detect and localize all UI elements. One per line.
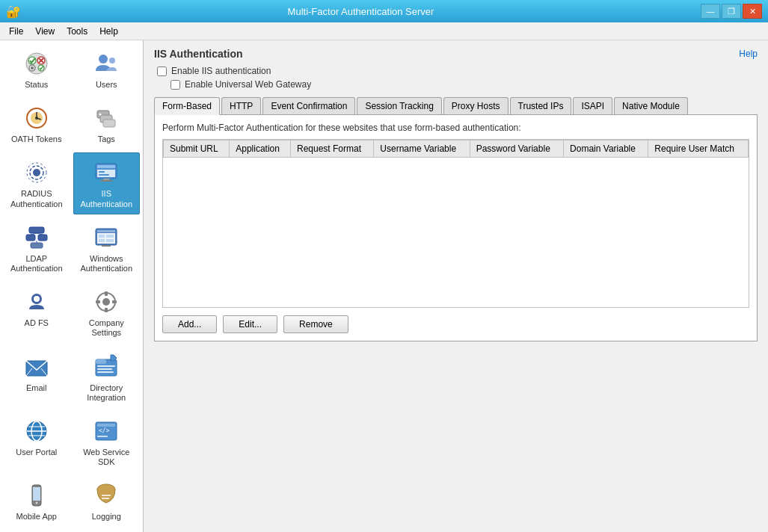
sidebar-item-users[interactable]: Users (73, 43, 141, 95)
sidebar-item-company-settings[interactable]: Company Settings (73, 282, 141, 343)
svg-rect-17 (103, 120, 115, 127)
svg-point-47 (102, 298, 110, 306)
col-require-user-match: Require User Match (648, 140, 749, 158)
help-link[interactable]: Help (739, 49, 758, 59)
enable-uwg-label[interactable]: Enable Universal Web Gateway (185, 79, 311, 90)
col-username-variable: Username Variable (374, 140, 470, 158)
svg-rect-24 (97, 170, 115, 177)
enable-iis-checkbox[interactable] (157, 66, 167, 76)
svg-rect-25 (99, 171, 105, 173)
empty-cell (164, 158, 749, 307)
svg-rect-40 (106, 235, 114, 238)
tab-proxy-hosts[interactable]: Proxy Hosts (443, 97, 509, 114)
sidebar-item-tags[interactable]: Tags (73, 98, 141, 149)
enable-uwg-checkbox[interactable] (171, 80, 180, 90)
users-icon (91, 49, 121, 78)
oath-icon (22, 103, 52, 133)
sidebar-label-users: Users (96, 80, 117, 90)
mobile-icon (22, 480, 52, 510)
svg-rect-23 (97, 165, 115, 168)
sidebar-item-adfs[interactable]: AD FS (3, 282, 70, 343)
enable-iis-label[interactable]: Enable IIS authentication (171, 66, 271, 76)
status-icon (22, 49, 52, 78)
sidebar-label-user-portal: User Portal (16, 448, 57, 457)
sidebar-label-adfs: AD FS (25, 318, 49, 328)
edit-button[interactable]: Edit... (223, 315, 277, 333)
sidebar-item-email[interactable]: Email (3, 347, 70, 408)
sidebar-item-radius-auth[interactable]: RADIUS Authentication (3, 152, 70, 214)
close-button[interactable]: ✕ (743, 4, 762, 19)
sidebar-label-tags: Tags (98, 134, 115, 144)
restore-button[interactable]: ❐ (722, 4, 741, 19)
sidebar-item-oath-tokens[interactable]: OATH Tokens (3, 98, 70, 149)
tab-trusted-ips[interactable]: Trusted IPs (510, 97, 572, 114)
add-button[interactable]: Add... (162, 315, 217, 333)
col-application: Application (230, 140, 291, 158)
svg-rect-41 (99, 239, 105, 242)
title-bar: 🔐 Multi-Factor Authentication Server — ❐… (0, 0, 768, 22)
tab-http[interactable]: HTTP (221, 97, 261, 114)
tags-icon (91, 103, 121, 133)
svg-rect-57 (97, 365, 115, 367)
svg-text:</>: </> (99, 427, 110, 434)
col-password-variable: Password Variable (470, 140, 563, 158)
sdk-icon: </> (91, 416, 121, 446)
logging-icon (91, 480, 121, 510)
sidebar-grid: Status Users (3, 43, 140, 527)
sidebar-item-logging[interactable]: Logging (73, 475, 141, 527)
content-header: IIS Authentication Help (154, 48, 758, 60)
svg-rect-37 (97, 230, 115, 232)
sidebar-item-ldap-auth[interactable]: LDAP Authentication (3, 217, 70, 279)
tabs-header: Form-Based HTTP Event Confirmation Sessi… (154, 97, 758, 115)
sidebar-item-status[interactable]: Status (3, 43, 70, 95)
col-domain-variable: Domain Variable (564, 140, 648, 158)
svg-point-1 (28, 57, 36, 64)
sidebar-label-web-service-sdk: Web Service SDK (77, 448, 137, 467)
window-title: Multi-Factor Authentication Server (21, 6, 701, 17)
table-header-row: Submit URL Application Request Format Us… (164, 140, 749, 158)
sidebar-item-directory-integration[interactable]: Directory Integration (73, 347, 141, 408)
svg-rect-6 (31, 66, 34, 69)
tab-description: Perform Multi-Factor Authentication for … (162, 123, 749, 133)
menu-file[interactable]: File (3, 25, 29, 38)
tab-session-tracking[interactable]: Session Tracking (357, 97, 441, 114)
sidebar-item-web-service-sdk[interactable]: </> Web Service SDK (73, 411, 141, 472)
sidebar: Status Users (0, 40, 144, 532)
svg-point-8 (99, 55, 108, 64)
svg-rect-31 (38, 235, 47, 241)
col-submit-url: Submit URL (164, 140, 230, 158)
menu-help[interactable]: Help (93, 25, 124, 38)
enable-iis-row: Enable IIS authentication (157, 66, 758, 76)
sidebar-item-windows-auth[interactable]: Windows Authentication (73, 217, 141, 279)
menu-bar: File View Tools Help (0, 22, 768, 40)
directory-icon (91, 352, 121, 382)
window-controls: — ❐ ✕ (701, 4, 762, 19)
tab-form-based[interactable]: Form-Based (154, 97, 220, 115)
svg-rect-29 (29, 227, 44, 233)
sidebar-item-mobile-app[interactable]: Mobile App (3, 475, 70, 527)
svg-rect-30 (26, 235, 35, 241)
sidebar-item-user-portal[interactable]: User Portal (3, 411, 70, 472)
sidebar-label-radius-auth: RADIUS Authentication (7, 189, 67, 208)
empty-table-row (164, 158, 749, 307)
svg-point-71 (35, 502, 37, 504)
svg-rect-26 (99, 174, 109, 176)
sidebar-label-windows-auth: Windows Authentication (77, 254, 137, 273)
remove-button[interactable]: Remove (283, 315, 348, 333)
sidebar-label-logging: Logging (92, 512, 121, 522)
minimize-button[interactable]: — (701, 4, 720, 19)
tab-isapi[interactable]: ISAPI (573, 97, 612, 114)
menu-view[interactable]: View (29, 25, 61, 38)
tab-native-module[interactable]: Native Module (614, 97, 688, 114)
sidebar-item-iis-auth[interactable]: IIS Authentication (73, 152, 141, 214)
menu-tools[interactable]: Tools (61, 25, 93, 38)
table-body (164, 158, 749, 307)
tabs-container: Form-Based HTTP Event Confirmation Sessi… (154, 97, 758, 341)
svg-point-45 (34, 296, 40, 302)
ldap-icon (22, 223, 52, 253)
svg-point-14 (35, 117, 38, 120)
sidebar-label-iis-auth: IIS Authentication (77, 189, 137, 208)
svg-rect-34 (31, 243, 43, 248)
svg-rect-68 (97, 436, 108, 437)
tab-event-confirmation[interactable]: Event Confirmation (262, 97, 355, 114)
